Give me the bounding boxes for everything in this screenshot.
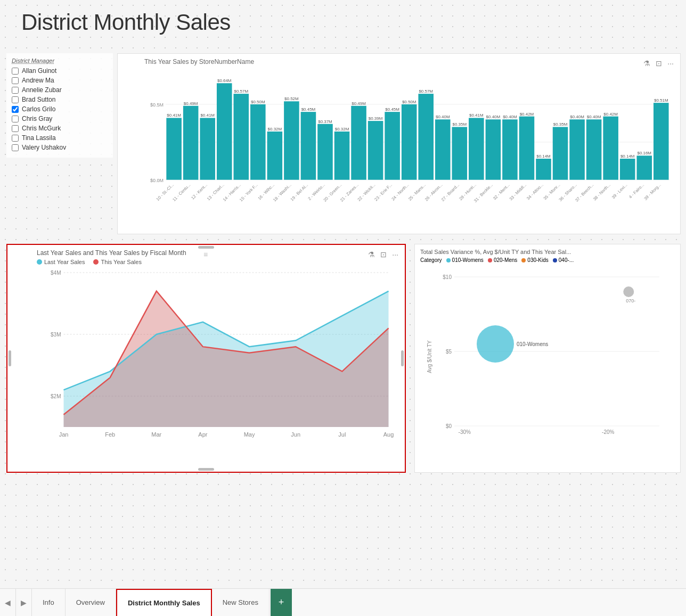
filter-panel: District Manager Allan GuinotAndrew MaAn… <box>6 53 113 158</box>
svg-rect-92 <box>654 103 669 180</box>
svg-rect-77 <box>569 119 585 179</box>
svg-text:070-: 070- <box>626 298 635 303</box>
svg-text:$0.41M: $0.41M <box>469 113 484 118</box>
svg-rect-32 <box>317 124 333 180</box>
svg-rect-35 <box>334 132 350 180</box>
svg-rect-44 <box>385 112 400 180</box>
svg-text:$0.5M: $0.5M <box>150 102 164 108</box>
svg-text:22 - Wickli...: 22 - Wickli... <box>357 183 377 202</box>
svg-text:May: May <box>244 431 255 438</box>
filter-item[interactable]: Allan Guinot <box>12 67 108 75</box>
filter-checkbox[interactable] <box>12 87 19 94</box>
svg-text:$0.14M: $0.14M <box>536 154 551 159</box>
resize-handle-right[interactable] <box>401 350 404 366</box>
tab-bar: ◀ ▶ InfoOverviewDistrict Monthly SalesNe… <box>0 588 686 616</box>
more-icon-btn[interactable]: ··· <box>666 58 675 69</box>
svg-text:$10: $10 <box>443 274 452 280</box>
svg-text:$0.42M: $0.42M <box>603 112 618 117</box>
svg-text:$0.50M: $0.50M <box>402 100 416 104</box>
resize-handle-top[interactable] <box>198 246 214 249</box>
tab-item[interactable]: Info <box>32 589 66 616</box>
resize-handle-left[interactable] <box>9 350 11 366</box>
scatter-title: Total Sales Variance %, Avg $/Unit TY an… <box>420 249 675 255</box>
filter-item-label: Chris Gray <box>22 115 52 122</box>
filter-checkbox[interactable] <box>12 96 19 103</box>
svg-text:$0.0M: $0.0M <box>150 178 164 183</box>
svg-rect-23 <box>267 132 283 180</box>
filter-checkbox[interactable] <box>12 116 19 122</box>
tab-item[interactable]: New Stores <box>212 589 270 616</box>
scatter-legend-040: 040-... <box>553 257 574 263</box>
resize-handle-bottom[interactable] <box>198 468 214 471</box>
legend-this-year: This Year Sales <box>93 259 141 265</box>
line-more-btn[interactable]: ··· <box>391 249 399 260</box>
filter-item[interactable]: Chris Gray <box>12 115 108 122</box>
svg-text:-20%: -20% <box>602 429 614 435</box>
line-expand-btn[interactable]: ⊡ <box>379 249 388 260</box>
filter-item-label: Andrew Ma <box>22 77 54 84</box>
svg-rect-26 <box>284 101 299 179</box>
svg-text:$0.49M: $0.49M <box>184 101 198 106</box>
svg-text:$0.45M: $0.45M <box>385 107 399 112</box>
filter-item[interactable]: Valery Ushakov <box>12 144 108 151</box>
drag-icon: ≡ <box>203 250 209 259</box>
filter-item-label: Chris McGurk <box>22 125 61 132</box>
svg-rect-5 <box>166 118 182 179</box>
filter-item-label: Tina Lassila <box>22 134 56 142</box>
filter-checkbox[interactable] <box>12 135 19 142</box>
svg-rect-47 <box>402 104 417 180</box>
svg-rect-53 <box>435 119 451 179</box>
tab-prev-btn[interactable]: ◀ <box>0 589 16 616</box>
svg-text:27 - Board...: 27 - Board... <box>440 183 460 202</box>
scatter-legend-womens: 010-Womens <box>446 257 484 263</box>
bar-chart-svg-wrap: $0.0M$0.5M$0.41M10 - St.-Cl...$0.49M11 -… <box>144 71 675 209</box>
svg-rect-29 <box>301 112 316 180</box>
filter-item[interactable]: Carlos Grilo <box>12 105 108 113</box>
filter-item[interactable]: Andrew Ma <box>12 77 108 84</box>
svg-rect-89 <box>636 155 652 179</box>
line-filter-btn[interactable]: ⚗ <box>367 249 376 260</box>
tab-item[interactable]: District Monthly Sales <box>116 589 212 616</box>
bar-chart-svg: $0.0M$0.5M$0.41M10 - St.-Cl...$0.49M11 -… <box>144 71 675 209</box>
svg-text:$0.40M: $0.40M <box>503 114 517 119</box>
filter-checkbox[interactable] <box>12 106 19 113</box>
svg-text:$0.40M: $0.40M <box>570 114 584 119</box>
svg-text:Mar: Mar <box>151 431 161 438</box>
filter-item[interactable]: Brad Sutton <box>12 96 108 103</box>
svg-text:Avg $/Unit TY: Avg $/Unit TY <box>427 340 432 373</box>
svg-text:19 - Bel Al...: 19 - Bel Al... <box>290 183 309 202</box>
filter-item[interactable]: Chris McGurk <box>12 125 108 132</box>
svg-rect-50 <box>418 94 434 180</box>
svg-text:$0.40M: $0.40M <box>587 114 601 119</box>
svg-text:010-Womens: 010-Womens <box>517 341 548 347</box>
tab-item[interactable]: Overview <box>66 589 116 616</box>
filter-item[interactable]: Annelie Zubar <box>12 86 108 94</box>
svg-text:18 - Washi...: 18 - Washi... <box>272 183 292 203</box>
expand-icon-btn[interactable]: ⊡ <box>655 58 663 69</box>
scatter-legend-mens: 020-Mens <box>488 257 517 263</box>
filter-checkbox[interactable] <box>12 125 19 132</box>
filter-icon-btn[interactable]: ⚗ <box>642 58 651 69</box>
filter-checkbox[interactable] <box>12 77 19 84</box>
svg-text:$0.40M: $0.40M <box>436 114 450 119</box>
filter-checkbox[interactable] <box>12 68 19 75</box>
svg-text:$0.51M: $0.51M <box>654 98 668 103</box>
svg-text:$0: $0 <box>446 423 452 429</box>
filter-label: District Manager <box>12 58 108 64</box>
svg-text:$0.35M: $0.35M <box>453 122 467 127</box>
svg-text:11 - Centu...: 11 - Centu... <box>172 183 191 202</box>
bar-chart-icons: ⚗ ⊡ ··· <box>642 58 675 69</box>
svg-text:$0.52M: $0.52M <box>284 96 299 101</box>
filter-item[interactable]: Tina Lassila <box>12 134 108 142</box>
svg-text:$0.37M: $0.37M <box>318 119 332 124</box>
tab-add-btn[interactable]: + <box>271 589 292 616</box>
filter-checkbox[interactable] <box>12 144 19 151</box>
svg-text:23 - Erie F...: 23 - Erie F... <box>373 183 393 202</box>
tab-next-btn[interactable]: ▶ <box>16 589 32 616</box>
svg-rect-14 <box>217 83 232 179</box>
svg-rect-83 <box>603 117 618 180</box>
svg-text:$0.57M: $0.57M <box>419 89 433 94</box>
scatter-dot-040 <box>553 258 557 262</box>
svg-point-120 <box>623 286 634 297</box>
scatter-svg: Avg $/Unit TY$0$5$10-30%-20%010-Womens07… <box>420 266 675 447</box>
